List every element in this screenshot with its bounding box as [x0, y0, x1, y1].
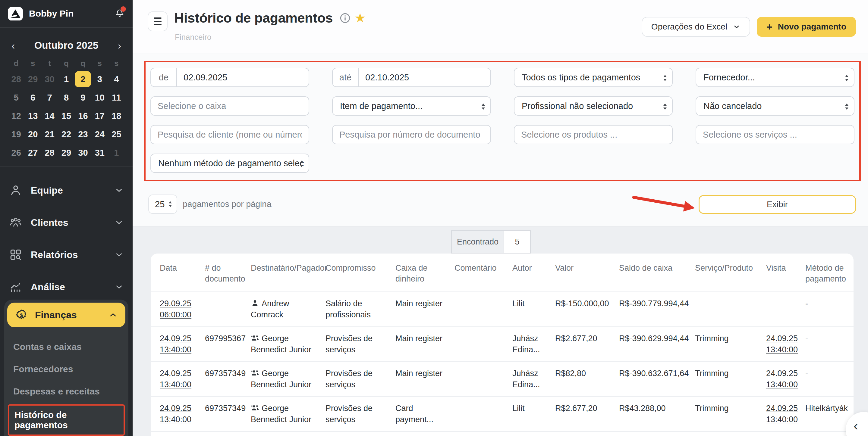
calendar-day[interactable]: 7 — [41, 90, 58, 105]
sidebar-subitem-despesas-e-receitas[interactable]: Despesas e receitas — [4, 380, 128, 403]
found-tab[interactable]: Encontrado — [451, 230, 504, 254]
sidebar-item-analise[interactable]: Análise — [9, 277, 124, 297]
document-search-input[interactable] — [332, 125, 491, 144]
payment-date-link[interactable]: 29.09.25 06:00:00 — [151, 292, 201, 327]
found-count-tab[interactable]: 5 — [504, 230, 531, 254]
per-page-select[interactable]: 25 — [148, 195, 177, 214]
payment-date-link[interactable]: 24.09.25 13:40:00 — [160, 369, 191, 389]
calendar-day[interactable]: 27 — [24, 145, 41, 161]
payment-date-link[interactable]: 24.09.25 13:40:00 — [151, 397, 201, 432]
show-button[interactable]: Exibir — [699, 195, 856, 214]
client-search-input-value[interactable] — [151, 126, 309, 144]
calendar-day[interactable]: 10 — [91, 90, 108, 105]
author: Lilit — [509, 432, 552, 436]
visit-link[interactable]: 24.09.25 13:40:00 — [766, 369, 798, 389]
calendar-day[interactable]: 14 — [41, 108, 58, 124]
info-icon[interactable] — [339, 12, 351, 24]
cancelled-select[interactable]: Não cancelado — [695, 96, 855, 115]
calendar-day[interactable]: 28 — [8, 71, 24, 87]
calendar-day[interactable]: 9 — [75, 90, 91, 105]
calendar-day[interactable]: 6 — [24, 90, 41, 105]
calendar-day[interactable]: 23 — [75, 127, 91, 142]
payment-date-link[interactable]: 15.09.25 13:31:42 — [151, 432, 201, 436]
products-input[interactable] — [514, 125, 673, 144]
supplier-select[interactable]: Fornecedor... — [695, 68, 855, 87]
calendar-day[interactable]: 29 — [24, 71, 41, 87]
calendar-day[interactable]: 1 — [108, 145, 125, 161]
bell-icon[interactable] — [115, 8, 125, 19]
favorite-star-icon[interactable]: ★ — [354, 12, 366, 24]
visit-link[interactable]: 24.09.25 13:40:00 — [763, 327, 802, 362]
visit-link[interactable]: 24.09.25 13:40:00 — [766, 334, 798, 354]
menu-toggle-button[interactable] — [148, 11, 167, 31]
calendar-day[interactable]: 19 — [8, 127, 24, 142]
calendar-prev-icon[interactable]: ‹ — [10, 40, 17, 51]
calendar-day[interactable]: 30 — [75, 145, 91, 161]
calendar-day[interactable]: 31 — [91, 145, 108, 161]
payment-date-link[interactable]: 24.09.25 13:40:00 — [160, 404, 191, 424]
calendar-day[interactable]: 5 — [8, 90, 24, 105]
calendar-day-selected[interactable]: 2 — [75, 71, 91, 87]
calendar-day[interactable]: 1 — [58, 71, 74, 87]
new-payment-button[interactable]: + Novo pagamento — [757, 17, 856, 37]
finance-group: $ Finanças Contas e caixasFornecedoresDe… — [4, 300, 128, 436]
calendar-day[interactable]: 24 — [91, 127, 108, 142]
payment-method-select[interactable]: Nenhum método de pagamento selec — [150, 154, 309, 173]
sidebar-item-equipe[interactable]: Equipe — [9, 181, 124, 200]
calendar-day[interactable]: 12 — [8, 108, 24, 124]
calendar-day[interactable]: 29 — [58, 145, 74, 161]
payment-date-link[interactable]: 29.09.25 06:00:00 — [160, 299, 191, 319]
svg-text:$: $ — [20, 312, 23, 318]
payment-item-select[interactable]: Item de pagamento... — [332, 96, 491, 115]
products-input-value[interactable] — [515, 126, 672, 144]
calendar-day[interactable]: 20 — [24, 127, 41, 142]
cashbox-input[interactable] — [150, 96, 309, 115]
to-date-input[interactable]: até — [332, 68, 491, 87]
sidebar-subitem-fornecedores[interactable]: Fornecedores — [4, 358, 128, 380]
calendar-day[interactable]: 21 — [41, 127, 58, 142]
calendar-day[interactable]: 4 — [108, 71, 125, 87]
coin-icon: $ — [15, 309, 28, 321]
client-search-input[interactable] — [150, 125, 309, 144]
from-date-input[interactable]: de — [150, 68, 309, 87]
from-date-input-value[interactable] — [177, 68, 309, 87]
cash-balance: R$43.288,00 — [615, 397, 691, 432]
calendar-next-icon[interactable]: › — [116, 40, 123, 51]
visit-link[interactable]: 24.09.25 13:40:00 — [763, 397, 802, 432]
chevron-down-icon — [115, 282, 124, 292]
sidebar-subitem-historico-de-pagamentos[interactable]: Histórico de pagamentos — [8, 404, 125, 436]
calendar-day[interactable]: 28 — [41, 145, 58, 161]
calendar-day[interactable]: 16 — [75, 108, 91, 124]
calendar-day[interactable]: 26 — [8, 145, 24, 161]
to-date-input-value[interactable] — [359, 68, 490, 87]
calendar-day[interactable]: 25 — [108, 127, 125, 142]
select-arrows-icon — [299, 160, 304, 167]
select-arrows-icon — [844, 102, 849, 110]
calendar-day[interactable]: 17 — [91, 108, 108, 124]
cashbox-input-value[interactable] — [151, 97, 309, 115]
sidebar-item-clientes[interactable]: Clientes — [9, 213, 124, 232]
professional-select[interactable]: Profissional não selecionado — [514, 96, 673, 115]
services-input[interactable] — [695, 125, 855, 144]
document-search-input-value[interactable] — [333, 126, 490, 144]
payment-date-link[interactable]: 24.09.25 13:40:00 — [151, 362, 201, 397]
calendar-day[interactable]: 8 — [58, 90, 74, 105]
sidebar-subitem-contas-e-caixas[interactable]: Contas e caixas — [4, 336, 128, 358]
visit-link[interactable]: 24.09.25 13:40:00 — [766, 404, 798, 424]
calendar-day[interactable]: 18 — [108, 108, 125, 124]
payment-type-select[interactable]: Todos os tipos de pagamentos — [514, 68, 673, 87]
calendar-day[interactable]: 15 — [58, 108, 74, 124]
excel-operations-button[interactable]: Operações do Excel — [642, 17, 750, 37]
calendar-day[interactable]: 30 — [41, 71, 58, 87]
calendar-day[interactable]: 13 — [24, 108, 41, 124]
services-input-value[interactable] — [696, 126, 854, 144]
calendar-day[interactable]: 3 — [91, 71, 108, 87]
calendar-day[interactable]: 11 — [108, 90, 125, 105]
visit-link — [763, 292, 802, 327]
visit-link[interactable]: 24.09.25 13:40:00 — [763, 362, 802, 397]
sidebar-item-financas[interactable]: $ Finanças — [7, 303, 125, 327]
sidebar-item-relatorios[interactable]: Relatórios — [9, 245, 124, 264]
payment-date-link[interactable]: 24.09.25 13:40:00 — [160, 334, 191, 354]
calendar-day[interactable]: 22 — [58, 127, 74, 142]
payment-date-link[interactable]: 24.09.25 13:40:00 — [151, 327, 201, 362]
